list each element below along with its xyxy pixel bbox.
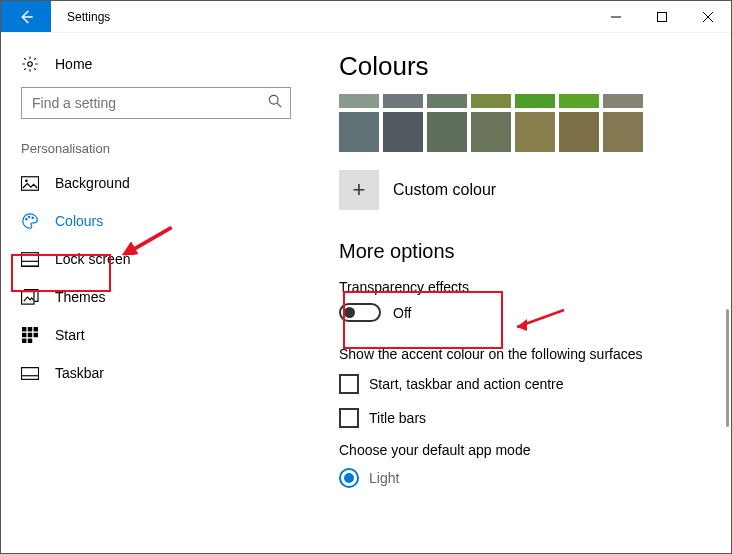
- gear-icon: [21, 55, 39, 73]
- sidebar-item-label: Background: [55, 175, 130, 191]
- home-nav[interactable]: Home: [1, 47, 311, 87]
- svg-rect-19: [28, 333, 32, 337]
- radio-light[interactable]: [339, 468, 359, 488]
- lockscreen-icon: [21, 250, 39, 268]
- sidebar-item-label: Taskbar: [55, 365, 104, 381]
- svg-point-9: [26, 218, 28, 220]
- svg-rect-12: [21, 252, 38, 266]
- palette-icon: [21, 212, 39, 230]
- colour-swatch[interactable]: [339, 94, 379, 108]
- svg-rect-16: [28, 327, 32, 331]
- back-button[interactable]: [1, 1, 51, 32]
- svg-point-11: [32, 217, 34, 219]
- transparency-state: Off: [393, 305, 411, 321]
- radio-label: Light: [369, 470, 399, 486]
- colour-swatch[interactable]: [515, 112, 555, 152]
- sidebar-item-themes[interactable]: Themes: [1, 278, 311, 316]
- search-input[interactable]: [21, 87, 291, 119]
- svg-point-8: [25, 179, 28, 182]
- svg-rect-21: [22, 339, 26, 343]
- svg-point-10: [28, 216, 30, 218]
- svg-rect-20: [34, 333, 38, 337]
- colour-swatch[interactable]: [603, 94, 643, 108]
- svg-rect-7: [21, 176, 38, 190]
- checkbox-label: Title bars: [369, 410, 426, 426]
- accent-surfaces-label: Show the accent colour on the following …: [339, 346, 709, 362]
- checkbox-label: Start, taskbar and action centre: [369, 376, 564, 392]
- sidebar-item-start[interactable]: Start: [1, 316, 311, 354]
- colour-swatch[interactable]: [515, 94, 555, 108]
- svg-rect-23: [21, 367, 38, 379]
- sidebar-item-colours[interactable]: Colours: [1, 202, 311, 240]
- picture-icon: [21, 174, 39, 192]
- home-label: Home: [55, 56, 92, 72]
- svg-rect-18: [22, 333, 26, 337]
- colour-swatch[interactable]: [471, 94, 511, 108]
- colour-swatch[interactable]: [339, 112, 379, 152]
- svg-rect-17: [34, 327, 38, 331]
- svg-point-4: [28, 62, 33, 67]
- window-title: Settings: [51, 1, 110, 32]
- svg-rect-22: [28, 339, 32, 343]
- checkbox-start-taskbar[interactable]: [339, 374, 359, 394]
- app-mode-label: Choose your default app mode: [339, 442, 709, 458]
- custom-colour-label: Custom colour: [393, 181, 496, 199]
- svg-rect-13: [21, 261, 38, 266]
- svg-rect-15: [22, 327, 26, 331]
- colour-swatches: [339, 94, 709, 152]
- sidebar-item-background[interactable]: Background: [1, 164, 311, 202]
- sidebar-item-label: Colours: [55, 213, 103, 229]
- transparency-label: Transparency effects: [339, 279, 709, 295]
- sidebar: Home Personalisation Background Colours: [1, 33, 311, 553]
- checkbox-titlebars[interactable]: [339, 408, 359, 428]
- main-panel: Colours + Custom colour More options Tra…: [311, 33, 731, 553]
- more-options-heading: More options: [339, 240, 709, 263]
- colour-swatch[interactable]: [471, 112, 511, 152]
- start-icon: [21, 326, 39, 344]
- colour-swatch[interactable]: [383, 112, 423, 152]
- plus-icon: +: [353, 177, 366, 203]
- taskbar-icon: [21, 364, 39, 382]
- svg-rect-1: [658, 12, 667, 21]
- colour-swatch[interactable]: [427, 112, 467, 152]
- minimize-button[interactable]: [593, 1, 639, 32]
- maximize-button[interactable]: [639, 1, 685, 32]
- page-title: Colours: [339, 51, 709, 82]
- colour-swatch[interactable]: [427, 94, 467, 108]
- colour-swatch[interactable]: [559, 94, 599, 108]
- svg-line-6: [277, 103, 281, 107]
- sidebar-item-label: Lock screen: [55, 251, 130, 267]
- scrollbar[interactable]: [726, 309, 729, 427]
- title-bar: Settings: [1, 1, 731, 33]
- svg-point-5: [269, 95, 278, 104]
- transparency-toggle[interactable]: [339, 303, 381, 322]
- search-icon: [268, 94, 282, 112]
- section-label: Personalisation: [1, 141, 311, 164]
- sidebar-item-lockscreen[interactable]: Lock screen: [1, 240, 311, 278]
- colour-swatch[interactable]: [383, 94, 423, 108]
- sidebar-item-taskbar[interactable]: Taskbar: [1, 354, 311, 392]
- colour-swatch[interactable]: [603, 112, 643, 152]
- colour-swatch[interactable]: [559, 112, 599, 152]
- sidebar-item-label: Start: [55, 327, 85, 343]
- close-button[interactable]: [685, 1, 731, 32]
- custom-colour-button[interactable]: +: [339, 170, 379, 210]
- sidebar-item-label: Themes: [55, 289, 106, 305]
- themes-icon: [21, 288, 39, 306]
